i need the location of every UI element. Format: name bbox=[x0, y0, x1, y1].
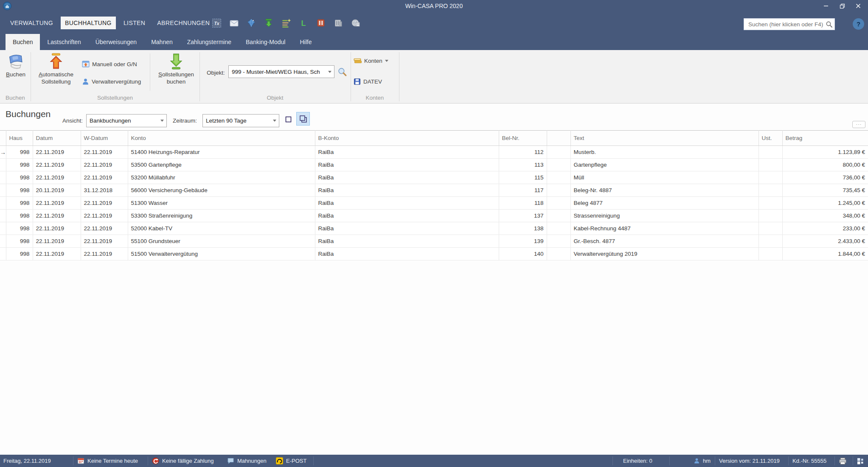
building-gray-icon[interactable] bbox=[333, 18, 343, 28]
cell-datum[interactable]: 22.11.2019 bbox=[33, 210, 81, 222]
konten-dropdown-icon[interactable] bbox=[385, 60, 388, 62]
cell-betrag[interactable]: 800,00 € bbox=[782, 159, 868, 171]
cell-wdatum[interactable]: 22.11.2019 bbox=[81, 159, 128, 171]
cell-betrag[interactable]: 1.844,00 € bbox=[782, 248, 868, 260]
cell-datum[interactable]: 22.11.2019 bbox=[33, 197, 81, 210]
tab-zahlungstermine[interactable]: Zahlungstermine bbox=[180, 34, 239, 50]
tab-lastschriften[interactable]: Lastschriften bbox=[40, 34, 88, 50]
cell-betrag[interactable]: 348,00 € bbox=[782, 210, 868, 222]
cell-haus[interactable]: 998 bbox=[6, 171, 33, 184]
cell-betrag[interactable]: 736,00 € bbox=[782, 171, 868, 184]
cell-belnr[interactable]: 112 bbox=[499, 146, 547, 159]
cell-betrag[interactable]: 2.433,00 € bbox=[782, 235, 868, 248]
cell-konto[interactable]: 52000 Kabel-TV bbox=[128, 222, 315, 235]
cell-spacer[interactable] bbox=[547, 210, 570, 222]
verwalterverguetung-button[interactable]: Verwaltervergütung bbox=[82, 78, 141, 85]
status-user[interactable]: hm bbox=[694, 455, 711, 467]
cell-belnr[interactable]: 138 bbox=[499, 222, 547, 235]
column-header-bel-nr-[interactable]: Bel-Nr. bbox=[499, 131, 547, 146]
cell-text[interactable]: Verwaltervergütung 2019 bbox=[570, 248, 758, 260]
status-termine[interactable]: Keine Termine heute bbox=[77, 455, 138, 467]
cell-spacer[interactable] bbox=[547, 222, 570, 235]
automatische-sollstellung-button[interactable]: Automatische Sollstellung bbox=[35, 52, 77, 85]
cell-wdatum[interactable]: 22.11.2019 bbox=[81, 210, 128, 222]
cell-text[interactable]: Beleg-Nr. 4887 bbox=[570, 184, 758, 197]
cell-bkonto[interactable]: RaiBa bbox=[315, 171, 499, 184]
cell-wdatum[interactable]: 22.11.2019 bbox=[81, 197, 128, 210]
cell-text[interactable]: Müll bbox=[570, 171, 758, 184]
column-header-betrag[interactable]: Betrag bbox=[782, 131, 868, 146]
cell-text[interactable]: Gartenpflege bbox=[570, 159, 758, 171]
cell-text[interactable]: Strassenreinigung bbox=[570, 210, 758, 222]
mail-icon[interactable] bbox=[229, 18, 239, 28]
chevron-down-icon[interactable] bbox=[326, 71, 334, 73]
building-red-icon[interactable] bbox=[316, 18, 326, 28]
cell-wdatum[interactable]: 22.11.2019 bbox=[81, 222, 128, 235]
datev-button[interactable]: DATEV bbox=[354, 78, 382, 85]
menu-item-listen[interactable]: LISTEN bbox=[119, 17, 149, 29]
globe-building-icon[interactable] bbox=[351, 18, 361, 28]
cell-datum[interactable]: 22.11.2019 bbox=[33, 171, 81, 184]
cell-konto[interactable]: 51300 Wasser bbox=[128, 197, 315, 210]
cell-ust[interactable] bbox=[758, 171, 782, 184]
layout-squares-icon[interactable] bbox=[857, 455, 864, 467]
cell-ust[interactable] bbox=[758, 146, 782, 159]
close-button[interactable] bbox=[850, 0, 866, 11]
table-row[interactable]: 99822.11.201922.11.201955100 Grundsteuer… bbox=[0, 235, 868, 248]
buchen-button[interactable]: Buchen bbox=[3, 52, 29, 78]
cell-haus[interactable]: 998 bbox=[6, 222, 33, 235]
ansicht-combobox[interactable]: Bankbuchungen bbox=[86, 114, 167, 127]
cell-spacer[interactable] bbox=[547, 197, 570, 210]
cell-konto[interactable]: 53300 Straßenreinigung bbox=[128, 210, 315, 222]
cell-bkonto[interactable]: RaiBa bbox=[315, 235, 499, 248]
cell-belnr[interactable]: 117 bbox=[499, 184, 547, 197]
cell-ust[interactable] bbox=[758, 159, 782, 171]
tab-hilfe[interactable]: Hilfe bbox=[292, 34, 319, 50]
table-row[interactable]: 99822.11.201922.11.201951500 Verwalterve… bbox=[0, 248, 868, 260]
text-selection-icon[interactable]: Tx bbox=[211, 18, 222, 28]
tab-überweisungen[interactable]: Überweisungen bbox=[88, 34, 144, 50]
cell-bkonto[interactable]: RaiBa bbox=[315, 210, 499, 222]
cell-datum[interactable]: 22.11.2019 bbox=[33, 146, 81, 159]
cell-spacer[interactable] bbox=[547, 248, 570, 260]
cell-ust[interactable] bbox=[758, 235, 782, 248]
cell-spacer[interactable] bbox=[547, 184, 570, 197]
cell-konto[interactable]: 51500 Verwaltervergütung bbox=[128, 248, 315, 260]
cell-spacer[interactable] bbox=[547, 146, 570, 159]
cell-haus[interactable]: 998 bbox=[6, 146, 33, 159]
objekt-search-icon[interactable] bbox=[337, 67, 347, 77]
cell-haus[interactable]: 998 bbox=[6, 184, 33, 197]
column-header-ust-[interactable]: Ust. bbox=[758, 131, 782, 146]
cell-belnr[interactable]: 140 bbox=[499, 248, 547, 260]
import-arrow-icon[interactable] bbox=[264, 18, 274, 28]
konten-button[interactable]: Konten bbox=[354, 57, 388, 65]
table-row[interactable]: 99822.11.201922.11.201953200 MüllabfuhrR… bbox=[0, 171, 868, 184]
column-header-text[interactable]: Text bbox=[570, 131, 758, 146]
column-header-spacer[interactable] bbox=[547, 131, 570, 146]
cell-spacer[interactable] bbox=[547, 171, 570, 184]
cell-konto[interactable]: 56000 Versicherung-Gebäude bbox=[128, 184, 315, 197]
cell-datum[interactable]: 22.11.2019 bbox=[33, 159, 81, 171]
cell-belnr[interactable]: 137 bbox=[499, 210, 547, 222]
cell-datum[interactable]: 22.11.2019 bbox=[33, 248, 81, 260]
cell-wdatum[interactable]: 22.11.2019 bbox=[81, 235, 128, 248]
cell-belnr[interactable]: 115 bbox=[499, 171, 547, 184]
tab-mahnen[interactable]: Mahnen bbox=[144, 34, 180, 50]
cell-haus[interactable]: 998 bbox=[6, 235, 33, 248]
table-row[interactable]: 99822.11.201922.11.201953300 Straßenrein… bbox=[0, 210, 868, 222]
cell-belnr[interactable]: 113 bbox=[499, 159, 547, 171]
cell-konto[interactable]: 51400 Heizungs-Reparatur bbox=[128, 146, 315, 159]
cell-bkonto[interactable]: RaiBa bbox=[315, 184, 499, 197]
list-entries-icon[interactable] bbox=[281, 18, 291, 28]
search-icon[interactable] bbox=[826, 21, 833, 28]
cell-text[interactable]: Kabel-Rechnung 4487 bbox=[570, 222, 758, 235]
cell-bkonto[interactable]: RaiBa bbox=[315, 248, 499, 260]
column-header-w-datum[interactable]: W-Datum bbox=[81, 131, 128, 146]
cell-bkonto[interactable]: RaiBa bbox=[315, 159, 499, 171]
sollstellungen-buchen-button[interactable]: Sollstellungen buchen bbox=[153, 52, 199, 85]
column-header-datum[interactable]: Datum bbox=[33, 131, 81, 146]
single-page-view-button[interactable] bbox=[283, 114, 294, 125]
menu-item-verwaltung[interactable]: VERWALTUNG bbox=[6, 17, 57, 29]
cell-konto[interactable]: 55100 Grundsteuer bbox=[128, 235, 315, 248]
cell-wdatum[interactable]: 22.11.2019 bbox=[81, 146, 128, 159]
